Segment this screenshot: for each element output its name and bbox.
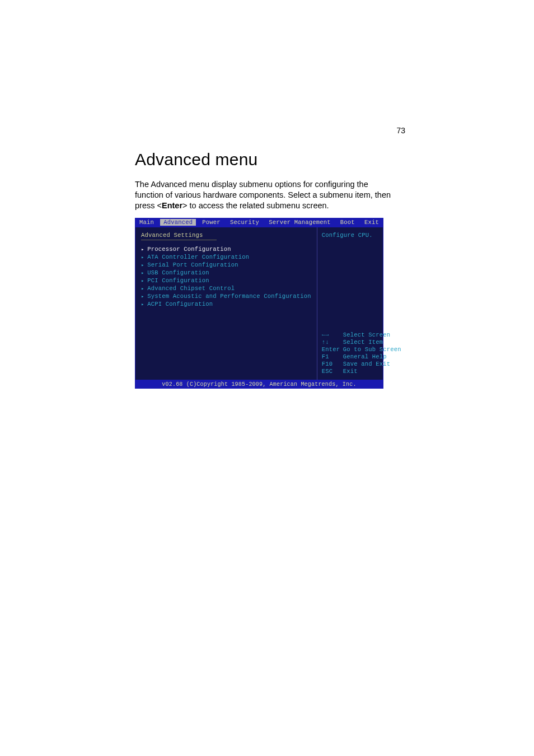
- submenu-system-acoustic-performance[interactable]: System Acoustic and Performance Configur…: [141, 293, 311, 300]
- key-name: Enter: [322, 346, 343, 353]
- submenu-serial-port-configuration[interactable]: Serial Port Configuration: [141, 262, 311, 268]
- tab-power[interactable]: Power: [199, 219, 224, 226]
- key-action: Go to Sub Screen: [343, 346, 401, 353]
- key-action: Select Screen: [343, 332, 391, 338]
- key-row: EnterGo to Sub Screen: [322, 346, 401, 353]
- bios-tab-bar: Main Advanced Power Security Server Mana…: [135, 218, 383, 227]
- page-title: Advanced menu: [135, 150, 392, 169]
- submenu-usb-configuration[interactable]: USB Configuration: [141, 269, 311, 276]
- key-row: ←→Select Screen: [322, 332, 401, 338]
- key-name: ←→: [322, 332, 343, 338]
- submenu-pci-configuration[interactable]: PCI Configuration: [141, 277, 311, 284]
- submenu-acpi-configuration[interactable]: ACPI Configuration: [141, 301, 311, 307]
- body-paragraph: The Advanced menu display submenu option…: [135, 179, 392, 211]
- submenu-processor-configuration[interactable]: Processor Configuration: [141, 246, 311, 253]
- tab-server-management[interactable]: Server Management: [265, 219, 334, 226]
- tab-boot[interactable]: Boot: [337, 219, 358, 226]
- page-number: 73: [396, 126, 405, 135]
- tab-exit[interactable]: Exit: [361, 219, 382, 226]
- bios-right-pane: Configure CPU. ←→Select Screen ↑↓Select …: [317, 227, 406, 380]
- content: Advanced menu The Advanced menu display …: [135, 150, 392, 389]
- submenu-advanced-chipset-control[interactable]: Advanced Chipset Control: [141, 285, 311, 292]
- bios-help-text: Configure CPU.: [322, 232, 401, 239]
- page: 73 Advanced menu The Advanced menu displ…: [0, 0, 534, 756]
- bios-body: Advanced Settings Processor Configuratio…: [135, 227, 383, 380]
- key-name: ESC: [322, 368, 343, 375]
- enter-key-label: Enter: [162, 201, 182, 210]
- key-row: F10Save and Exit: [322, 361, 401, 367]
- key-row: ESCExit: [322, 368, 401, 375]
- bios-section-title: Advanced Settings: [141, 232, 311, 239]
- bios-footer: v02.68 (C)Copyright 1985-2009, American …: [135, 380, 383, 389]
- key-name: ↑↓: [322, 339, 343, 346]
- key-name: F1: [322, 353, 343, 360]
- divider: [141, 240, 217, 240]
- tab-security[interactable]: Security: [227, 219, 263, 226]
- key-action: General Help: [343, 353, 387, 360]
- bios-left-pane: Advanced Settings Processor Configuratio…: [135, 227, 317, 380]
- tab-advanced[interactable]: Advanced: [160, 219, 196, 226]
- tab-main[interactable]: Main: [136, 219, 157, 226]
- bios-key-hints: ←→Select Screen ↑↓Select Item EnterGo to…: [322, 331, 401, 375]
- key-row: ↑↓Select Item: [322, 339, 401, 346]
- key-action: Select Item: [343, 339, 383, 346]
- bios-screenshot: Main Advanced Power Security Server Mana…: [135, 218, 383, 389]
- key-action: Exit: [343, 368, 358, 375]
- paragraph-part-2: > to access the related submenu screen.: [182, 201, 329, 210]
- submenu-ata-controller-configuration[interactable]: ATA Controller Configuration: [141, 254, 311, 260]
- key-row: F1General Help: [322, 353, 401, 360]
- key-name: F10: [322, 361, 343, 367]
- key-action: Save and Exit: [343, 361, 391, 367]
